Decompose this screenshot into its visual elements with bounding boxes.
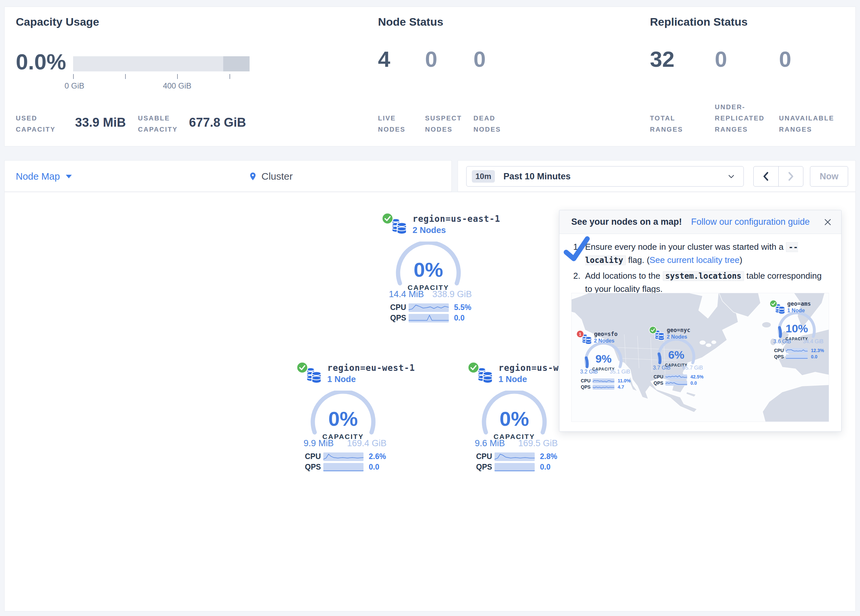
region-header: region=us-west-1 1 Node — [466, 362, 568, 387]
qps-label: QPS — [390, 313, 409, 323]
capacity-values: 3.6 GiB 34.4 GiB — [774, 339, 824, 345]
now-button[interactable]: Now — [810, 166, 848, 187]
suspect-nodes-count: 0 — [425, 46, 437, 72]
capacity-used: 3.2 GiB — [580, 369, 598, 375]
view-selector-label: Node Map — [16, 171, 60, 182]
cpu-metric-row: CPU 12.3% — [774, 348, 827, 353]
node-map-preview: geo=sfo 2 Nodes 9% CAPACITY 3.2 GiB — [571, 293, 829, 422]
qps-metric-row: QPS 0.0 — [476, 462, 562, 472]
region-name: region=eu-west-1 — [327, 363, 415, 373]
total-ranges-label: TOTAL RANGES — [650, 113, 693, 135]
qps-value: 4.7 — [618, 384, 624, 390]
qps-sparkline — [665, 381, 687, 386]
capacity-usage-title: Capacity Usage — [16, 16, 99, 28]
completed-check-icon — [561, 235, 594, 265]
live-nodes-label: LIVE NODES — [378, 113, 417, 135]
cpu-sparkline — [665, 375, 687, 379]
usable-capacity-value: 677.8 GiB — [189, 116, 246, 130]
node-status-title: Node Status — [378, 16, 443, 28]
capacity-total: 169.4 GiB — [347, 438, 386, 448]
map-pin-icon — [248, 171, 257, 182]
capacity-values: 14.4 MiB 338.9 GiB — [389, 289, 472, 299]
capacity-bar-reserved-segment — [223, 56, 250, 71]
time-range-dropdown[interactable]: 10m Past 10 Minutes — [466, 166, 744, 187]
healthy-check-icon — [769, 300, 777, 308]
used-capacity-label: USED CAPACITY — [16, 113, 69, 135]
locality-tree-link[interactable]: See current locality tree — [650, 255, 739, 265]
healthy-check-icon — [296, 362, 308, 373]
region-card-geo-nyc[interactable]: geo=nyc 2 Nodes 6% CAPACITY 3.7 GiB — [649, 326, 707, 387]
cpu-value: 11.0% — [618, 378, 631, 383]
cpu-value: 2.6% — [369, 452, 386, 461]
cpu-label: CPU — [390, 303, 409, 312]
qps-label: QPS — [476, 462, 494, 472]
healthy-check-icon — [649, 326, 657, 334]
cpu-metric-row: CPU 11.0% — [581, 378, 634, 383]
configuration-guide-link[interactable]: Follow our configuration guide — [691, 217, 810, 227]
qps-sparkline — [323, 463, 364, 472]
region-name: geo=sfo — [594, 331, 618, 337]
qps-value: 0.0 — [540, 462, 551, 472]
cpu-label: CPU — [305, 452, 323, 461]
capacity-bar-tick — [73, 74, 74, 79]
capacity-values: 9.9 MiB 169.4 GiB — [304, 438, 386, 448]
cluster-overview-page: Capacity Usage 0.0% 0 GiB 400 GiB USED C… — [0, 0, 860, 616]
usable-capacity-label: USABLE CAPACITY — [138, 113, 194, 135]
dead-nodes-count: 0 — [474, 46, 486, 72]
cpu-sparkline — [593, 378, 614, 383]
capacity-percent: 0% — [481, 407, 547, 430]
capacity-used: 9.6 MiB — [475, 438, 505, 448]
cpu-label: CPU — [774, 348, 786, 353]
region-card-us-east-1[interactable]: region=us-east-1 2 Nodes 0% CAPACITY 14.… — [380, 213, 482, 326]
capacity-used: 14.4 MiB — [389, 289, 424, 299]
breadcrumb-label: Cluster — [261, 171, 293, 182]
capacity-used-percent: 0.0% — [16, 49, 66, 74]
breadcrumb[interactable]: Cluster — [248, 161, 293, 192]
time-forward-button[interactable] — [779, 166, 804, 186]
node-map-setup-popup: See your nodes on a map! Follow our conf… — [559, 210, 841, 432]
time-toolbar: 10m Past 10 Minutes Now — [458, 160, 856, 192]
region-nodes-link[interactable]: 2 Nodes — [413, 225, 500, 235]
time-back-button[interactable] — [754, 166, 779, 186]
chevron-left-icon — [761, 171, 771, 182]
qps-sparkline — [494, 463, 535, 472]
healthy-check-icon — [468, 362, 479, 373]
dead-nodes-label: DEAD NODES — [474, 113, 513, 135]
qps-label: QPS — [774, 354, 786, 359]
region-card-geo-sfo[interactable]: geo=sfo 2 Nodes 9% CAPACITY 3.2 GiB — [576, 330, 634, 391]
capacity-used: 9.9 MiB — [304, 438, 334, 448]
qps-value: 0.0 — [369, 462, 379, 472]
suspect-nodes-label: SUSPECT NODES — [425, 113, 468, 135]
capacity-gauge: 10% CAPACITY — [778, 312, 816, 350]
capacity-total: 169.5 GiB — [518, 438, 558, 448]
capacity-total: 65.7 GiB — [683, 365, 703, 371]
region-card-geo-ams[interactable]: geo=ams 1 Node 10% CAPACITY 3.6 GiB — [769, 300, 827, 361]
capacity-bar-tick — [177, 74, 178, 79]
view-selector-dropdown[interactable]: Node Map — [16, 161, 72, 192]
setup-step-1: 1. Ensure every node in your cluster was… — [573, 241, 827, 267]
cpu-sparkline — [786, 348, 808, 353]
qps-metric-row: QPS 0.0 — [774, 354, 827, 359]
total-ranges-count: 32 — [650, 46, 675, 72]
region-card-eu-west-1[interactable]: region=eu-west-1 1 Node 0% CAPACITY 9.9 … — [294, 362, 396, 475]
time-range-badge: 10m — [472, 170, 495, 183]
caret-down-icon — [66, 175, 72, 178]
region-card-us-west-1[interactable]: region=us-west-1 1 Node 0% CAPACITY 9.6 … — [466, 362, 568, 475]
qps-sparkline — [786, 354, 808, 359]
region-nodes-link[interactable]: 1 Node — [327, 374, 415, 384]
region-name: geo=nyc — [667, 327, 691, 333]
setup-step-2: 2. Add locations to the system.locations… — [573, 270, 827, 296]
capacity-tick-label-400: 400 GiB — [163, 81, 191, 91]
qps-sparkline — [593, 385, 614, 390]
replication-status-title: Replication Status — [650, 16, 748, 28]
cpu-value: 12.3% — [811, 348, 824, 353]
cpu-sparkline — [323, 453, 364, 461]
cpu-metric-row: CPU 42.5% — [654, 374, 706, 379]
healthy-check-icon — [381, 213, 394, 224]
cpu-value: 42.5% — [691, 374, 704, 379]
qps-label: QPS — [581, 384, 593, 390]
cpu-metric-row: CPU 2.8% — [476, 452, 562, 461]
unavailable-ranges-count: 0 — [779, 46, 791, 72]
capacity-percent: 9% — [584, 353, 623, 365]
close-button[interactable] — [824, 218, 832, 226]
